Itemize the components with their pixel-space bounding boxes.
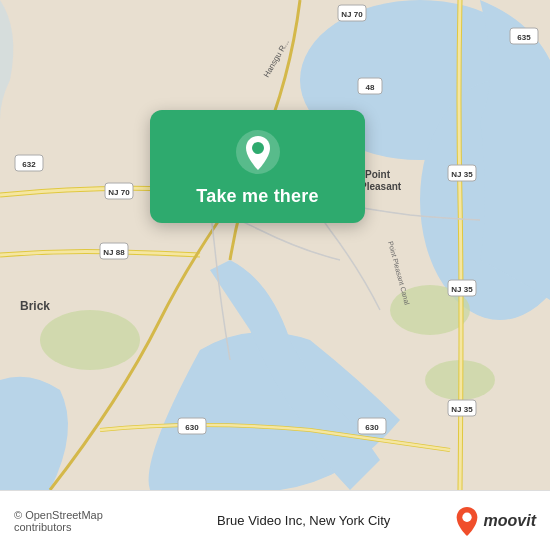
bottom-bar: © OpenStreetMap contributors Brue Video … <box>0 490 550 550</box>
svg-text:NJ 35: NJ 35 <box>451 285 473 294</box>
copyright-text: © OpenStreetMap contributors <box>14 509 154 533</box>
svg-text:632: 632 <box>22 160 36 169</box>
moovit-pin-icon <box>454 506 480 536</box>
moovit-logo[interactable]: moovit <box>454 506 536 536</box>
svg-text:630: 630 <box>365 423 379 432</box>
location-card[interactable]: Take me there <box>150 110 365 223</box>
svg-text:NJ 88: NJ 88 <box>103 248 125 257</box>
svg-text:635: 635 <box>517 33 531 42</box>
map-pin-icon <box>234 128 282 176</box>
svg-text:Pleasant: Pleasant <box>360 181 402 192</box>
svg-text:Point: Point <box>365 169 391 180</box>
svg-text:NJ 70: NJ 70 <box>108 188 130 197</box>
svg-text:NJ 35: NJ 35 <box>451 170 473 179</box>
svg-text:NJ 35: NJ 35 <box>451 405 473 414</box>
svg-point-3 <box>40 310 140 370</box>
svg-text:48: 48 <box>366 83 375 92</box>
moovit-brand-text: moovit <box>484 512 536 530</box>
svg-text:Brick: Brick <box>20 299 50 313</box>
take-me-there-button[interactable]: Take me there <box>196 186 318 207</box>
svg-text:630: 630 <box>185 423 199 432</box>
svg-point-34 <box>252 142 264 154</box>
map-container: NJ 70 NJ 88 NJ 35 NJ 35 NJ 35 NJ 70 630 … <box>0 0 550 490</box>
svg-point-35 <box>462 512 471 521</box>
location-title: Brue Video Inc, New York City <box>164 513 444 528</box>
map-background: NJ 70 NJ 88 NJ 35 NJ 35 NJ 35 NJ 70 630 … <box>0 0 550 490</box>
svg-text:NJ 70: NJ 70 <box>341 10 363 19</box>
